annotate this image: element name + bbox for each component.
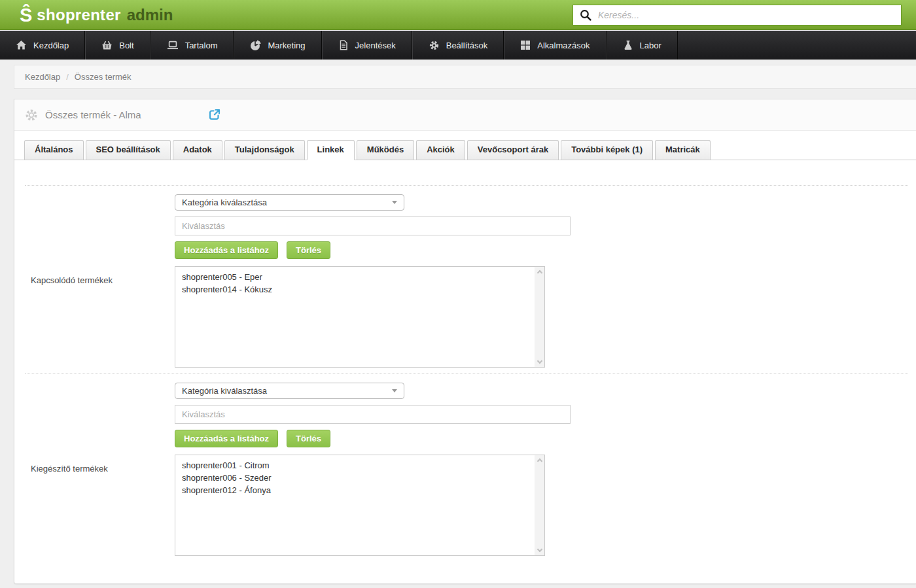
tab-matricak[interactable]: Matricák xyxy=(655,140,711,160)
scrollbar[interactable] xyxy=(535,267,544,367)
nav-label: Tartalom xyxy=(185,41,218,50)
main-nav: Kezdőlap Bolt Tartalom Marketing Jelenté… xyxy=(0,31,916,60)
accessory-category-select[interactable]: Kategória kiválasztása xyxy=(175,383,404,399)
shoprenter-logo[interactable]: Ŝ shoprenter admin xyxy=(20,0,173,30)
nav-item-bolt[interactable]: Bolt xyxy=(85,31,150,60)
nav-label: Alkalmazások xyxy=(537,41,590,50)
nav-label: Jelentések xyxy=(355,41,396,50)
breadcrumb: Kezdőlap / Összes termék xyxy=(14,65,916,89)
row-separator xyxy=(25,373,908,374)
related-buttons: Hozzáadás a listához Törlés xyxy=(175,241,330,259)
tab-vevocsoport-arak[interactable]: Vevőcsoport árak xyxy=(467,140,559,160)
related-delete-button[interactable]: Törlés xyxy=(287,241,330,259)
panel-header: Összes termék - Alma xyxy=(14,99,916,131)
related-category-select[interactable]: Kategória kiválasztása xyxy=(175,194,404,211)
breadcrumb-home-link[interactable]: Kezdőlap xyxy=(25,72,60,82)
logo-text: shoprenter xyxy=(37,6,120,24)
tab-tovabbi-kepek[interactable]: További képek (1) xyxy=(561,140,653,160)
nav-item-marketing[interactable]: Marketing xyxy=(234,31,321,60)
accessory-delete-button[interactable]: Törlés xyxy=(287,430,330,447)
list-item[interactable]: shoprenter006 - Szeder xyxy=(182,472,529,484)
grid-icon xyxy=(520,40,531,50)
nav-item-labor[interactable]: Labor xyxy=(607,31,678,60)
list-item[interactable]: shoprenter012 - Áfonya xyxy=(182,484,529,496)
nav-label: Bolt xyxy=(119,41,133,50)
breadcrumb-current: Összes termék xyxy=(75,72,132,82)
global-search xyxy=(572,5,902,26)
related-product-search-input[interactable] xyxy=(175,216,571,235)
chevron-down-icon xyxy=(392,389,397,392)
list-item[interactable]: shoprenter014 - Kókusz xyxy=(182,283,529,296)
app-header: Ŝ shoprenter admin xyxy=(0,0,916,30)
pie-chart-icon xyxy=(250,40,261,51)
nav-label: Labor xyxy=(640,41,661,50)
list-item[interactable]: shoprenter001 - Citrom xyxy=(182,459,529,472)
scroll-down-icon[interactable] xyxy=(537,358,542,364)
nav-label: Marketing xyxy=(268,41,305,50)
tab-mukodes[interactable]: Működés xyxy=(357,140,414,160)
row-separator xyxy=(25,185,908,186)
accessory-add-button[interactable]: Hozzáadás a listához xyxy=(175,430,278,447)
page-title: Összes termék - Alma xyxy=(45,109,141,120)
basket-icon xyxy=(101,40,113,50)
select-value: Kategória kiválasztása xyxy=(182,386,267,396)
nav-item-kezdolap[interactable]: Kezdőlap xyxy=(0,31,85,60)
search-icon xyxy=(580,9,592,22)
nav-item-tartalom[interactable]: Tartalom xyxy=(150,31,234,60)
nav-item-jelentesek[interactable]: Jelentések xyxy=(322,31,412,60)
related-add-button[interactable]: Hozzáadás a listához xyxy=(175,241,278,259)
related-products-listbox[interactable]: shoprenter005 - Eper shoprenter014 - Kók… xyxy=(175,266,545,368)
flask-icon xyxy=(623,40,633,50)
gear-icon xyxy=(429,40,440,51)
accessory-buttons: Hozzáadás a listához Törlés xyxy=(175,430,330,447)
tab-altalanos[interactable]: Általános xyxy=(24,140,84,160)
tab-adatok[interactable]: Adatok xyxy=(173,140,222,160)
scroll-up-icon[interactable] xyxy=(537,270,542,275)
tab-bar: Általános SEO beállítások Adatok Tulajdo… xyxy=(14,140,916,160)
list-item[interactable]: shoprenter005 - Eper xyxy=(182,271,529,283)
external-link-icon[interactable] xyxy=(208,108,221,121)
nav-label: Kezdőlap xyxy=(33,41,69,50)
tab-seo-beallitasok[interactable]: SEO beállítások xyxy=(86,140,171,160)
search-input[interactable] xyxy=(598,10,894,20)
product-panel: Összes termék - Alma Általános SEO beáll… xyxy=(14,99,916,584)
select-value: Kategória kiválasztása xyxy=(182,198,267,207)
document-icon xyxy=(338,40,349,50)
nav-label: Beállítások xyxy=(446,41,488,50)
shoprenter-logo-icon: Ŝ xyxy=(20,6,32,25)
laptop-icon xyxy=(167,40,179,50)
settings-gear-icon[interactable] xyxy=(24,108,39,122)
related-products-label: Kapcsolódó termékek xyxy=(31,275,113,285)
accessory-products-label: Kiegészítő termékek xyxy=(31,464,108,474)
chevron-down-icon xyxy=(392,201,397,204)
nav-item-alkalmazasok[interactable]: Alkalmazások xyxy=(504,31,606,60)
logo-admin-text: admin xyxy=(127,6,173,24)
tab-tulajdonsagok[interactable]: Tulajdonságok xyxy=(224,140,305,160)
scroll-up-icon[interactable] xyxy=(537,458,542,464)
nav-item-beallitasok[interactable]: Beállítások xyxy=(412,31,504,60)
scrollbar[interactable] xyxy=(535,455,544,555)
accessory-product-search-input[interactable] xyxy=(175,405,571,424)
scroll-down-icon[interactable] xyxy=(537,547,542,552)
breadcrumb-separator: / xyxy=(66,72,69,82)
tab-linkek[interactable]: Linkek xyxy=(307,140,355,160)
home-icon xyxy=(16,40,27,50)
accessory-products-listbox[interactable]: shoprenter001 - Citrom shoprenter006 - S… xyxy=(175,455,545,556)
tab-akciok[interactable]: Akciók xyxy=(416,140,465,160)
